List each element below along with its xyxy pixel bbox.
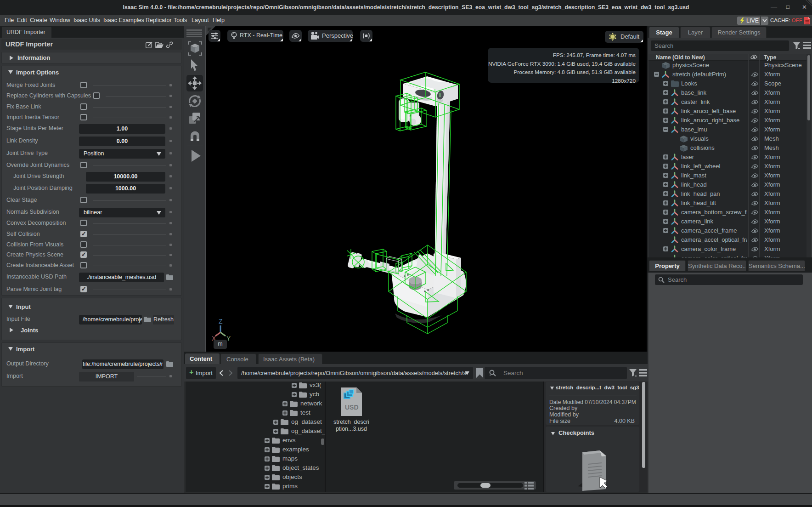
- svg-text:USD: USD: [345, 404, 359, 411]
- svg-text:Y: Y: [226, 335, 231, 342]
- svg-text:Z: Z: [219, 318, 223, 325]
